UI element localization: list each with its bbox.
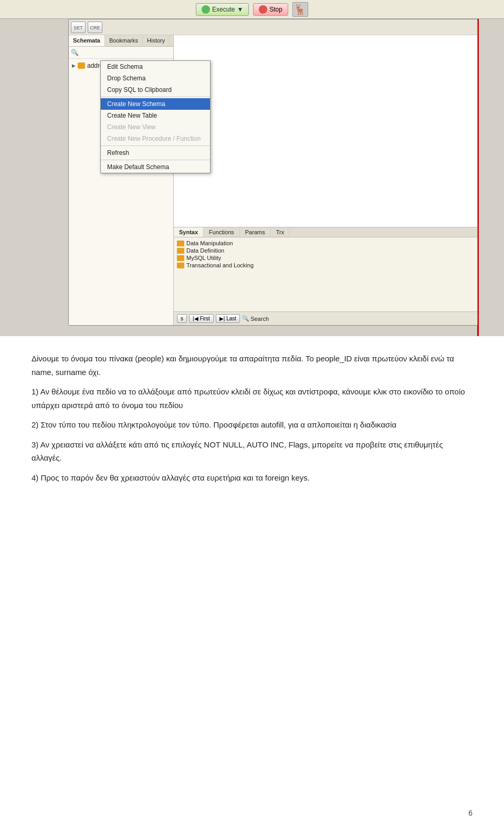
syntax-item-3[interactable]: Transactional and Locking	[177, 262, 474, 269]
ctx-make-default[interactable]: Make Default Schema	[101, 161, 210, 173]
folder-icon-0	[177, 241, 184, 246]
screenshot-area: Execute ▼ Stop 🦌 SET CRE Schemata Bookma…	[0, 0, 504, 336]
tab-schemata[interactable]: Schemata	[69, 35, 105, 46]
ctx-create-new-view: Create New View	[101, 121, 210, 133]
paragraph-2: 1) Αν θέλουμε ένα πεδίο να το αλλάξουμε …	[32, 385, 472, 412]
execute-arrow: ▼	[237, 6, 243, 13]
paragraph-4: 4) Προς το παρόν δεν θα χρειαστούν αλλαγ…	[32, 471, 472, 485]
ctx-separator-3	[101, 160, 210, 160]
deer-icon: 🦌	[292, 2, 308, 17]
nav-first-button[interactable]: |◀ First	[189, 314, 214, 323]
folder-icon-2	[177, 255, 184, 261]
execute-label: Execute	[212, 6, 235, 13]
syntax-item-0[interactable]: Data Manipulation	[177, 240, 474, 247]
wb-toolbar: SET CRE	[69, 19, 477, 35]
ctx-create-new-schema[interactable]: Create New Schema	[101, 98, 210, 110]
tab-syntax[interactable]: Syntax	[174, 227, 204, 237]
bottom-tabs: Syntax Functions Params Trx	[174, 227, 477, 237]
syntax-tree: Data Manipulation Data Definition MySQL …	[174, 237, 477, 271]
paragraph-2b: 2) Στον τύπο του πεδίου πληκτρολογούμε τ…	[32, 418, 472, 432]
bottom-panel: Syntax Functions Params Trx Data Manipul…	[174, 227, 477, 311]
main-area: Syntax Functions Params Trx Data Manipul…	[174, 35, 477, 325]
syntax-label-3: Transactional and Locking	[186, 262, 254, 268]
tree-arrow-icon: ▶	[72, 63, 76, 68]
toolbar-strip: Execute ▼ Stop 🦌	[0, 0, 504, 19]
syntax-label-0: Data Manipulation	[186, 240, 233, 246]
set-button[interactable]: SET	[71, 22, 86, 33]
page-number: 6	[468, 809, 472, 817]
context-menu: Edit Schema Drop Schema Copy SQL to Clip…	[100, 60, 211, 173]
stop-icon	[259, 5, 267, 14]
db-icon	[78, 63, 85, 69]
tab-functions[interactable]: Functions	[204, 227, 240, 237]
syntax-label-1: Data Definition	[186, 247, 224, 254]
nav-search: 🔍 Search	[242, 315, 269, 322]
ctx-create-new-table[interactable]: Create New Table	[101, 110, 210, 121]
ctx-edit-schema[interactable]: Edit Schema	[101, 61, 210, 72]
search-icon: 🔍	[71, 49, 79, 56]
schema-tabs: Schemata Bookmarks History	[69, 35, 173, 47]
nav-bar: s |◀ First ▶| Last 🔍 Search	[174, 311, 477, 325]
ctx-copy-sql[interactable]: Copy SQL to Clipboard	[101, 84, 210, 96]
folder-icon-1	[177, 248, 184, 254]
nav-search-icon: 🔍	[242, 315, 249, 322]
workbench-window: SET CRE Schemata Bookmarks History 🔍 ▶	[68, 19, 478, 326]
tab-params[interactable]: Params	[240, 227, 271, 237]
execute-icon	[202, 5, 210, 14]
stop-button[interactable]: Stop	[253, 3, 288, 16]
tab-history[interactable]: History	[143, 35, 170, 46]
nav-last-button[interactable]: ▶| Last	[216, 314, 240, 323]
main-editor[interactable]	[174, 35, 477, 227]
nav-search-label: Search	[250, 316, 269, 322]
syntax-item-1[interactable]: Data Definition	[177, 247, 474, 254]
paragraph-1: Δίνουμε το όνομα του πίνακα (people) και…	[32, 352, 472, 379]
create-button[interactable]: CRE	[88, 22, 102, 33]
ctx-separator-1	[101, 97, 210, 97]
nav-s-button[interactable]: s	[177, 314, 187, 323]
folder-icon-3	[177, 263, 184, 268]
ctx-create-new-proc: Create New Procedure / Function	[101, 133, 210, 144]
text-content: Δίνουμε το όνομα του πίνακα (people) και…	[0, 336, 504, 512]
paragraph-3: 3) Αν χρειαστεί να αλλάξετε κάτι από τις…	[32, 438, 472, 465]
syntax-label-2: MySQL Utility	[186, 255, 221, 261]
tab-trx[interactable]: Trx	[271, 227, 290, 237]
tab-bookmarks[interactable]: Bookmarks	[105, 35, 143, 46]
syntax-item-2[interactable]: MySQL Utility	[177, 254, 474, 262]
stop-label: Stop	[269, 6, 282, 13]
ctx-drop-schema[interactable]: Drop Schema	[101, 72, 210, 84]
execute-button[interactable]: Execute ▼	[196, 3, 249, 16]
ctx-refresh[interactable]: Refresh	[101, 147, 210, 159]
schema-search-bar: 🔍	[69, 47, 173, 59]
ctx-separator-2	[101, 145, 210, 146]
